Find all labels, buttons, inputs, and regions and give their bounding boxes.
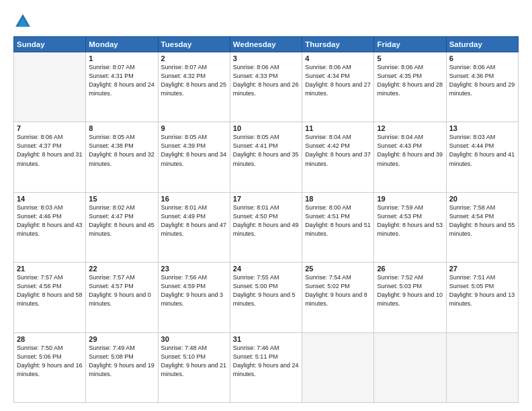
day-info: Sunrise: 7:56 AMSunset: 4:59 PMDaylight:… bbox=[161, 273, 227, 308]
weekday-row: SundayMondayTuesdayWednesdayThursdayFrid… bbox=[14, 37, 519, 52]
calendar-cell: 21 Sunrise: 7:57 AMSunset: 4:56 PMDaylig… bbox=[14, 263, 86, 332]
day-info: Sunrise: 8:06 AMSunset: 4:35 PMDaylight:… bbox=[377, 63, 443, 98]
weekday-header-tuesday: Tuesday bbox=[158, 37, 230, 52]
day-number: 27 bbox=[449, 265, 515, 273]
day-info: Sunrise: 7:54 AMSunset: 5:02 PMDaylight:… bbox=[305, 273, 371, 308]
calendar-week-4: 28 Sunrise: 7:50 AMSunset: 5:06 PMDaylig… bbox=[14, 332, 519, 402]
calendar-week-3: 21 Sunrise: 7:57 AMSunset: 4:56 PMDaylig… bbox=[14, 263, 519, 332]
calendar-cell: 26 Sunrise: 7:52 AMSunset: 5:03 PMDaylig… bbox=[374, 263, 446, 332]
day-info: Sunrise: 8:05 AMSunset: 4:38 PMDaylight:… bbox=[89, 133, 154, 168]
day-number: 7 bbox=[17, 124, 83, 132]
day-number: 5 bbox=[377, 54, 443, 62]
calendar-body: 1 Sunrise: 8:07 AMSunset: 4:31 PMDayligh… bbox=[14, 52, 519, 403]
day-number: 17 bbox=[233, 195, 299, 203]
day-number: 8 bbox=[89, 124, 154, 132]
day-info: Sunrise: 8:04 AMSunset: 4:43 PMDaylight:… bbox=[377, 133, 443, 168]
logo-icon bbox=[13, 12, 32, 31]
day-number: 21 bbox=[17, 265, 83, 273]
day-number: 29 bbox=[89, 335, 154, 343]
header bbox=[13, 12, 519, 31]
day-number: 16 bbox=[161, 195, 227, 203]
weekday-header-wednesday: Wednesday bbox=[230, 37, 302, 52]
calendar-cell: 17 Sunrise: 8:01 AMSunset: 4:50 PMDaylig… bbox=[230, 192, 302, 262]
day-info: Sunrise: 8:02 AMSunset: 4:47 PMDaylight:… bbox=[89, 203, 154, 238]
day-number: 30 bbox=[161, 335, 227, 343]
calendar-header: SundayMondayTuesdayWednesdayThursdayFrid… bbox=[14, 37, 519, 52]
calendar-week-1: 7 Sunrise: 8:06 AMSunset: 4:37 PMDayligh… bbox=[14, 122, 519, 192]
weekday-header-sunday: Sunday bbox=[14, 37, 86, 52]
day-number: 6 bbox=[449, 54, 515, 62]
day-number: 10 bbox=[233, 124, 299, 132]
weekday-header-saturday: Saturday bbox=[446, 37, 518, 52]
calendar-cell: 11 Sunrise: 8:04 AMSunset: 4:42 PMDaylig… bbox=[302, 122, 374, 192]
day-info: Sunrise: 7:50 AMSunset: 5:06 PMDaylight:… bbox=[17, 344, 83, 379]
calendar-cell: 8 Sunrise: 8:05 AMSunset: 4:38 PMDayligh… bbox=[86, 122, 158, 192]
day-info: Sunrise: 7:57 AMSunset: 4:56 PMDaylight:… bbox=[17, 273, 83, 308]
calendar-cell: 28 Sunrise: 7:50 AMSunset: 5:06 PMDaylig… bbox=[14, 332, 86, 402]
day-info: Sunrise: 8:05 AMSunset: 4:41 PMDaylight:… bbox=[233, 133, 299, 168]
day-number: 22 bbox=[89, 265, 154, 273]
calendar-cell: 16 Sunrise: 8:01 AMSunset: 4:49 PMDaylig… bbox=[158, 192, 230, 262]
day-info: Sunrise: 8:06 AMSunset: 4:34 PMDaylight:… bbox=[305, 63, 371, 98]
calendar-cell: 6 Sunrise: 8:06 AMSunset: 4:36 PMDayligh… bbox=[446, 52, 518, 122]
logo bbox=[13, 12, 35, 31]
day-info: Sunrise: 7:49 AMSunset: 5:08 PMDaylight:… bbox=[89, 344, 154, 379]
calendar-cell: 13 Sunrise: 8:03 AMSunset: 4:44 PMDaylig… bbox=[446, 122, 518, 192]
weekday-header-friday: Friday bbox=[374, 37, 446, 52]
calendar-cell: 12 Sunrise: 8:04 AMSunset: 4:43 PMDaylig… bbox=[374, 122, 446, 192]
calendar-cell: 25 Sunrise: 7:54 AMSunset: 5:02 PMDaylig… bbox=[302, 263, 374, 332]
day-number: 1 bbox=[89, 54, 154, 62]
day-info: Sunrise: 8:07 AMSunset: 4:31 PMDaylight:… bbox=[89, 63, 154, 98]
calendar-cell bbox=[446, 332, 518, 402]
day-info: Sunrise: 8:06 AMSunset: 4:36 PMDaylight:… bbox=[449, 63, 515, 98]
day-info: Sunrise: 7:52 AMSunset: 5:03 PMDaylight:… bbox=[377, 273, 443, 308]
day-info: Sunrise: 7:51 AMSunset: 5:05 PMDaylight:… bbox=[449, 273, 515, 308]
calendar-cell bbox=[14, 52, 86, 122]
calendar-week-0: 1 Sunrise: 8:07 AMSunset: 4:31 PMDayligh… bbox=[14, 52, 519, 122]
calendar-cell: 30 Sunrise: 7:48 AMSunset: 5:10 PMDaylig… bbox=[158, 332, 230, 402]
calendar-cell: 7 Sunrise: 8:06 AMSunset: 4:37 PMDayligh… bbox=[14, 122, 86, 192]
day-info: Sunrise: 8:05 AMSunset: 4:39 PMDaylight:… bbox=[161, 133, 227, 168]
calendar-cell: 10 Sunrise: 8:05 AMSunset: 4:41 PMDaylig… bbox=[230, 122, 302, 192]
calendar-cell bbox=[302, 332, 374, 402]
day-number: 26 bbox=[377, 265, 443, 273]
calendar-cell: 9 Sunrise: 8:05 AMSunset: 4:39 PMDayligh… bbox=[158, 122, 230, 192]
day-info: Sunrise: 7:58 AMSunset: 4:54 PMDaylight:… bbox=[449, 203, 515, 238]
calendar-cell: 19 Sunrise: 7:59 AMSunset: 4:53 PMDaylig… bbox=[374, 192, 446, 262]
day-number: 19 bbox=[377, 195, 443, 203]
calendar-cell: 22 Sunrise: 7:57 AMSunset: 4:57 PMDaylig… bbox=[86, 263, 158, 332]
calendar-cell: 23 Sunrise: 7:56 AMSunset: 4:59 PMDaylig… bbox=[158, 263, 230, 332]
calendar-cell: 20 Sunrise: 7:58 AMSunset: 4:54 PMDaylig… bbox=[446, 192, 518, 262]
day-info: Sunrise: 8:06 AMSunset: 4:37 PMDaylight:… bbox=[17, 133, 83, 168]
day-number: 28 bbox=[17, 335, 83, 343]
calendar-cell bbox=[374, 332, 446, 402]
day-number: 4 bbox=[305, 54, 371, 62]
day-info: Sunrise: 8:00 AMSunset: 4:51 PMDaylight:… bbox=[305, 203, 371, 238]
page: SundayMondayTuesdayWednesdayThursdayFrid… bbox=[0, 0, 532, 411]
weekday-header-thursday: Thursday bbox=[302, 37, 374, 52]
day-number: 20 bbox=[449, 195, 515, 203]
calendar-cell: 4 Sunrise: 8:06 AMSunset: 4:34 PMDayligh… bbox=[302, 52, 374, 122]
day-info: Sunrise: 7:46 AMSunset: 5:11 PMDaylight:… bbox=[233, 344, 299, 379]
day-number: 14 bbox=[17, 195, 83, 203]
calendar-week-2: 14 Sunrise: 8:03 AMSunset: 4:46 PMDaylig… bbox=[14, 192, 519, 262]
day-info: Sunrise: 8:07 AMSunset: 4:32 PMDaylight:… bbox=[161, 63, 227, 98]
calendar-cell: 3 Sunrise: 8:06 AMSunset: 4:33 PMDayligh… bbox=[230, 52, 302, 122]
day-number: 31 bbox=[233, 335, 299, 343]
calendar-cell: 27 Sunrise: 7:51 AMSunset: 5:05 PMDaylig… bbox=[446, 263, 518, 332]
day-info: Sunrise: 7:48 AMSunset: 5:10 PMDaylight:… bbox=[161, 344, 227, 379]
day-number: 25 bbox=[305, 265, 371, 273]
calendar-cell: 29 Sunrise: 7:49 AMSunset: 5:08 PMDaylig… bbox=[86, 332, 158, 402]
calendar-cell: 1 Sunrise: 8:07 AMSunset: 4:31 PMDayligh… bbox=[86, 52, 158, 122]
day-number: 9 bbox=[161, 124, 227, 132]
day-info: Sunrise: 7:55 AMSunset: 5:00 PMDaylight:… bbox=[233, 273, 299, 308]
day-info: Sunrise: 8:06 AMSunset: 4:33 PMDaylight:… bbox=[233, 63, 299, 98]
day-number: 18 bbox=[305, 195, 371, 203]
calendar-cell: 24 Sunrise: 7:55 AMSunset: 5:00 PMDaylig… bbox=[230, 263, 302, 332]
day-number: 3 bbox=[233, 54, 299, 62]
day-number: 13 bbox=[449, 124, 515, 132]
calendar-cell: 31 Sunrise: 7:46 AMSunset: 5:11 PMDaylig… bbox=[230, 332, 302, 402]
day-info: Sunrise: 8:01 AMSunset: 4:49 PMDaylight:… bbox=[161, 203, 227, 238]
day-number: 2 bbox=[161, 54, 227, 62]
day-info: Sunrise: 8:03 AMSunset: 4:46 PMDaylight:… bbox=[17, 203, 83, 238]
